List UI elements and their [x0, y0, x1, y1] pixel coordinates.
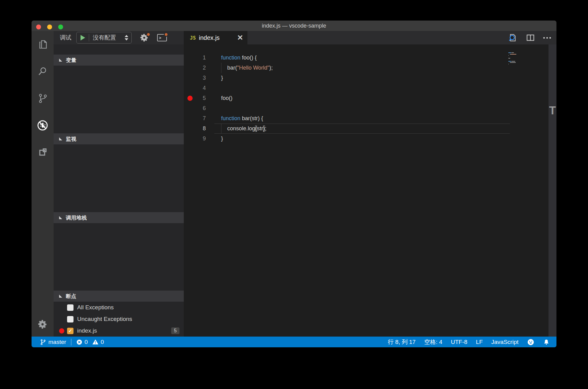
close-tab-icon[interactable]: ✕	[237, 35, 243, 41]
git-branch-icon	[40, 339, 46, 345]
line-number: 1	[184, 55, 206, 61]
language-mode-status[interactable]: JavaScript	[491, 339, 518, 345]
code-text	[206, 83, 221, 93]
code-text: bar("Hello World");	[206, 63, 273, 73]
split-editor-button[interactable]	[526, 33, 535, 43]
error-count: 0	[85, 339, 88, 345]
code-line-5[interactable]: 5foo()	[184, 93, 556, 103]
section-header-watch[interactable]: 监视	[54, 133, 184, 144]
line-number: 2	[184, 65, 206, 71]
magnifier-icon	[37, 66, 48, 77]
debug-config-select[interactable]: 没有配置	[93, 34, 125, 42]
code-line-8[interactable]: 8 console.log(str);	[184, 124, 556, 134]
gutter[interactable]: 9	[184, 134, 206, 144]
watch-panel	[54, 144, 184, 212]
breakpoint-label: Uncaught Exceptions	[77, 316, 179, 322]
breakpoint-row-indexjs[interactable]: ✓ index.js 5	[54, 325, 184, 337]
chevron-expanded-icon	[59, 295, 62, 298]
settings-gear-icon[interactable]	[32, 312, 54, 337]
debug-sidebar: 调试 没有配置	[54, 31, 184, 337]
git-branch-status[interactable]: master	[40, 339, 66, 345]
indent-guide	[221, 124, 221, 134]
indentation-status[interactable]: 空格: 4	[424, 338, 442, 346]
gear-badge-dot	[146, 32, 151, 37]
more-actions-button[interactable]	[543, 37, 551, 39]
section-header-variables[interactable]: 变量	[54, 55, 184, 66]
start-debug-button[interactable]	[81, 35, 85, 40]
config-dropdown-arrows-icon[interactable]	[125, 35, 128, 40]
code-text: function foo() {	[206, 53, 257, 63]
feedback-smiley-button[interactable]	[527, 338, 534, 346]
checkbox-unchecked[interactable]	[67, 316, 74, 322]
code-line-4[interactable]: 4	[184, 83, 556, 93]
gutter[interactable]: 5	[184, 93, 206, 103]
callstack-panel	[54, 223, 184, 291]
cursor-position-status[interactable]: 行 8, 列 17	[388, 338, 416, 346]
gear-icon	[37, 319, 48, 330]
editor-actions	[507, 31, 551, 44]
code-text: function bar(str) {	[206, 113, 263, 124]
code-line-9[interactable]: 9}	[184, 134, 556, 144]
search-icon[interactable]	[32, 58, 54, 85]
tab-label: index.js	[199, 34, 237, 41]
debug-console-button[interactable]: >	[157, 32, 167, 43]
checkbox-checked[interactable]: ✓	[67, 328, 74, 334]
branch-name: master	[48, 339, 66, 345]
open-preview-button[interactable]	[507, 32, 518, 43]
gutter[interactable]: 6	[184, 103, 206, 113]
warning-count: 0	[101, 339, 104, 345]
code-lines: 1function foo() {2 bar("Hello World");3}…	[184, 53, 556, 144]
line-number: 3	[184, 75, 206, 81]
scroll-glyph: T	[548, 104, 556, 117]
eol-status[interactable]: LF	[476, 339, 483, 345]
console-badge-dot	[164, 32, 168, 37]
section-header-breakpoints[interactable]: 断点	[54, 291, 184, 302]
checkbox-unchecked[interactable]	[67, 304, 74, 311]
config-separator	[89, 34, 89, 41]
debug-view-title: 调试	[60, 34, 71, 42]
extensions-icon[interactable]	[32, 139, 54, 166]
source-control-icon[interactable]	[32, 85, 54, 112]
gutter[interactable]: 2	[184, 63, 206, 73]
vscode-window: index.js — vscode-sample	[32, 21, 556, 347]
section-header-callstack[interactable]: 调用堆栈	[54, 212, 184, 223]
code-editor[interactable]: 1function foo() {2 bar("Hello World");3}…	[184, 44, 556, 337]
code-line-2[interactable]: 2 bar("Hello World");	[184, 63, 556, 73]
code-line-3[interactable]: 3}	[184, 73, 556, 83]
encoding-status[interactable]: UTF-8	[451, 339, 467, 345]
gutter[interactable]: 1	[184, 53, 206, 63]
breakpoint-label: index.js	[77, 327, 171, 334]
javascript-file-icon: JS	[190, 35, 196, 41]
title-bar: index.js — vscode-sample	[32, 21, 556, 31]
breakpoint-dot-icon[interactable]	[187, 96, 193, 101]
configure-gear-button[interactable]	[139, 32, 149, 43]
code-text: }	[206, 134, 223, 144]
gutter[interactable]: 7	[184, 113, 206, 124]
sidebar-gap	[54, 44, 184, 55]
git-branch-icon	[37, 93, 48, 104]
extensions-squares-icon	[37, 147, 48, 158]
warnings-status[interactable]: 0	[92, 339, 104, 345]
gutter[interactable]: 4	[184, 83, 206, 93]
tab-bar: JS index.js ✕	[184, 31, 556, 44]
gutter[interactable]: 8	[184, 124, 206, 134]
notifications-bell-button[interactable]	[543, 339, 550, 345]
editor-scrollbar[interactable]: T	[548, 44, 556, 337]
errors-status[interactable]: 0	[76, 339, 88, 345]
code-line-7[interactable]: 7function bar(str) {	[184, 113, 556, 124]
breakpoint-line-badge: 5	[171, 327, 179, 334]
breakpoint-row-all-exceptions[interactable]: All Exceptions	[54, 302, 184, 313]
code-line-6[interactable]: 6	[184, 103, 556, 113]
tab-indexjs[interactable]: JS index.js ✕	[184, 31, 247, 44]
minimap[interactable]	[508, 52, 542, 65]
debug-config-group: 没有配置	[76, 32, 132, 44]
debug-toolbar: 调试 没有配置	[54, 31, 184, 44]
explorer-icon[interactable]	[32, 31, 54, 58]
breakpoints-panel: All Exceptions Uncaught Exceptions ✓ ind…	[54, 302, 184, 337]
code-text: }	[206, 73, 223, 83]
gutter[interactable]: 3	[184, 73, 206, 83]
code-line-1[interactable]: 1function foo() {	[184, 53, 556, 63]
no-bug-icon	[36, 119, 49, 132]
breakpoint-row-uncaught-exceptions[interactable]: Uncaught Exceptions	[54, 313, 184, 325]
debug-icon[interactable]	[32, 112, 54, 139]
